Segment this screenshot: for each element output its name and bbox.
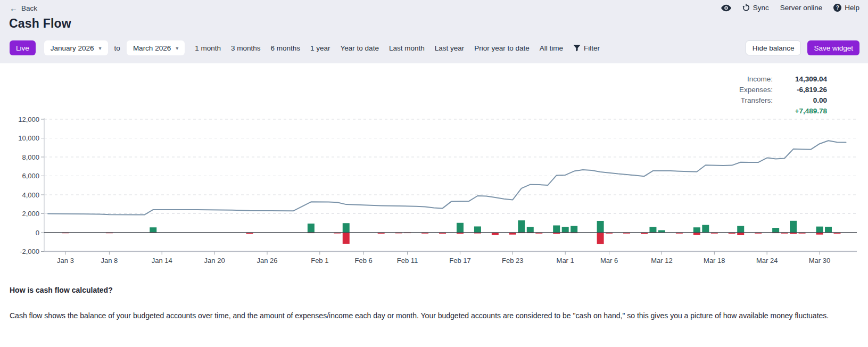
svg-text:Mar 1: Mar 1: [557, 257, 574, 265]
svg-text:0: 0: [36, 229, 39, 237]
sync-button[interactable]: Sync: [742, 4, 769, 12]
svg-text:Jan 3: Jan 3: [57, 257, 74, 265]
footer-paragraph: Cash flow shows the balance of your budg…: [10, 311, 848, 321]
range-link-1-year[interactable]: 1 year: [310, 44, 330, 52]
svg-text:-2,000: -2,000: [20, 247, 39, 255]
svg-text:Mar 18: Mar 18: [704, 257, 725, 265]
svg-text:Feb 1: Feb 1: [311, 257, 328, 265]
back-arrow-icon: ←: [10, 4, 18, 12]
header-actions: Sync Server online ? Help: [721, 4, 859, 12]
summary-value: -6,819.26: [773, 86, 827, 94]
summary-row: Income:14,309.04: [739, 75, 827, 86]
save-widget-button[interactable]: Save widget: [807, 40, 859, 55]
summary-label: Expenses:: [739, 86, 773, 94]
chevron-down-icon: ▾: [99, 45, 102, 51]
svg-text:Mar 12: Mar 12: [651, 257, 672, 265]
svg-text:Mar 30: Mar 30: [809, 257, 830, 265]
svg-text:Feb 11: Feb 11: [397, 257, 418, 265]
range-link-1-month[interactable]: 1 month: [195, 44, 221, 52]
hide-balance-button[interactable]: Hide balance: [746, 40, 801, 55]
range-link-last-year[interactable]: Last year: [435, 44, 465, 52]
range-link-6-months[interactable]: 6 months: [271, 44, 301, 52]
balance-summary: Income:14,309.04Expenses:-6,819.26Transf…: [739, 75, 827, 118]
svg-text:6,000: 6,000: [22, 172, 39, 180]
from-month-value: January 2026: [51, 44, 94, 52]
back-link[interactable]: ← Back: [10, 4, 37, 12]
help-icon: ?: [833, 4, 841, 12]
summary-value: 14,309.04: [773, 75, 827, 83]
live-button[interactable]: Live: [10, 40, 36, 55]
svg-text:Feb 6: Feb 6: [355, 257, 373, 265]
svg-text:Mar 24: Mar 24: [756, 257, 778, 265]
summary-value: 0.00: [773, 96, 827, 104]
filter-icon: [573, 45, 581, 52]
svg-text:Feb 17: Feb 17: [449, 257, 470, 265]
range-link-year-to-date[interactable]: Year to date: [341, 44, 379, 52]
header-band: ← Back Sync Server online: [0, 0, 868, 63]
summary-row: Transfers:0.00: [739, 96, 827, 107]
sync-icon: [742, 4, 750, 12]
help-button[interactable]: ? Help: [833, 4, 859, 12]
back-label: Back: [21, 4, 37, 12]
svg-text:Jan 20: Jan 20: [204, 257, 225, 265]
range-link-last-month[interactable]: Last month: [389, 44, 425, 52]
range-link-3-months[interactable]: 3 months: [231, 44, 261, 52]
eye-toggle[interactable]: [721, 4, 731, 12]
summary-label: Transfers:: [741, 96, 773, 104]
eye-icon: [721, 4, 731, 12]
summary-row: Expenses:-6,819.26: [739, 86, 827, 96]
to-month-value: March 2026: [133, 44, 171, 52]
chevron-down-icon: ▾: [176, 45, 178, 51]
range-link-prior-year-to-date[interactable]: Prior year to date: [474, 44, 530, 52]
toolbar: Live January 2026 ▾ to March 2026 ▾ 1 mo…: [10, 40, 859, 55]
from-month-dropdown[interactable]: January 2026 ▾: [44, 40, 108, 55]
help-label: Help: [845, 4, 859, 12]
range-links: 1 month3 months6 months1 yearYear to dat…: [195, 44, 563, 52]
to-month-dropdown[interactable]: March 2026 ▾: [127, 40, 185, 55]
svg-text:Jan 14: Jan 14: [152, 257, 172, 265]
svg-text:10,000: 10,000: [18, 134, 39, 142]
filter-label: Filter: [584, 44, 600, 52]
server-status: Server online: [780, 4, 823, 12]
svg-text:Mar 6: Mar 6: [600, 257, 618, 265]
range-link-all-time[interactable]: All time: [540, 44, 563, 52]
filter-button[interactable]: Filter: [573, 44, 600, 52]
svg-text:Feb 23: Feb 23: [502, 257, 523, 265]
summary-label: Income:: [747, 75, 773, 83]
svg-text:12,000: 12,000: [18, 115, 39, 123]
svg-text:2,000: 2,000: [22, 210, 39, 218]
sync-label: Sync: [753, 4, 769, 12]
footer-heading: How is cash flow calculated?: [10, 286, 113, 294]
cashflow-chart: -2,00002,0004,0006,0008,00010,00012,000J…: [0, 112, 868, 271]
cash-flow-page: ← Back Sync Server online: [0, 0, 868, 347]
svg-text:8,000: 8,000: [22, 153, 39, 161]
page-title: Cash Flow: [9, 16, 71, 31]
svg-text:4,000: 4,000: [22, 191, 39, 199]
svg-text:Jan 8: Jan 8: [101, 257, 118, 265]
to-label: to: [114, 44, 120, 52]
svg-text:Jan 26: Jan 26: [257, 257, 277, 265]
